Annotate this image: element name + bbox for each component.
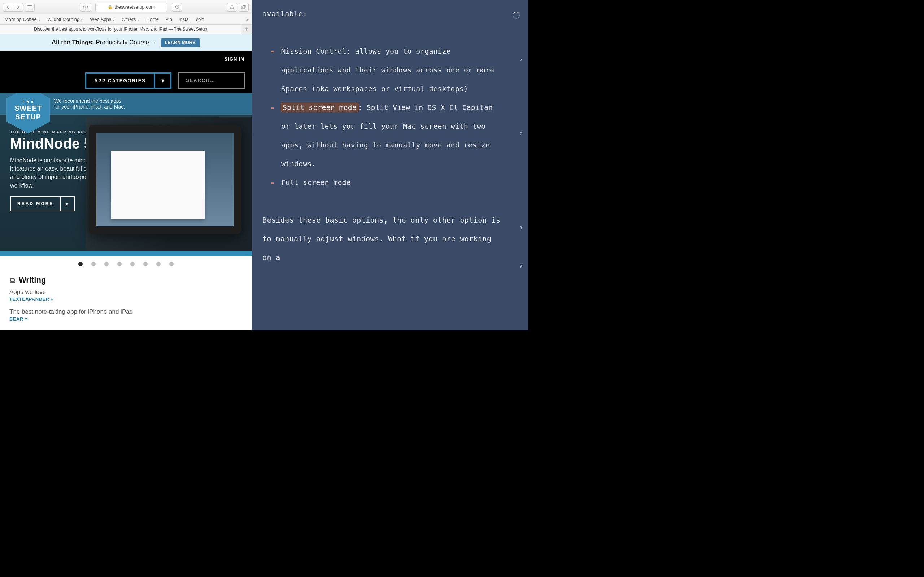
safari-toolbar: i 🔒 thesweetsetup.com [0,0,252,15]
highlighted-text: Split screen mode [281,103,358,112]
editor-paragraph: a bit of a pain. In macOS, you have seve… [262,0,503,23]
list-item: Split screen mode: Split View in OS X El… [270,98,503,173]
tab-bar: Discover the best apps and workflows for… [0,24,252,34]
site-search-input[interactable]: SEARCH… [178,73,245,89]
bookmark-link[interactable]: Void [194,16,206,23]
hero-image-window [111,151,205,219]
app-link-bear[interactable]: BEAR » [10,316,242,322]
site-header: SIGN IN APP CATEGORIES ▾ SEARCH… [0,51,252,93]
bookmark-folder[interactable]: Morning Coffee⌄ [3,16,43,23]
hero-carousel: We recommend the best apps for your iPho… [0,93,252,251]
tabs-button[interactable] [239,3,249,11]
chevron-down-icon: ▾ [155,73,171,89]
bookmarks-bar: Morning Coffee⌄ Wildbit Morning⌄ Web App… [0,15,252,24]
carousel-dot[interactable] [143,262,148,266]
carousel-dot[interactable] [117,262,122,266]
safari-window: i 🔒 thesweetsetup.com Morning Coffee⌄ Wi… [0,0,252,330]
share-button[interactable] [227,3,237,11]
carousel-dot[interactable] [78,262,82,266]
carousel-dot[interactable] [104,262,109,266]
url-text: thesweetsetup.com [115,4,155,10]
chevron-down-icon: ⌄ [81,18,83,21]
chevron-down-icon: ⌄ [38,18,41,21]
line-number: 6 [519,57,522,62]
app-link-textexpander[interactable]: TEXTEXPANDER » [10,297,242,302]
bookmark-folder[interactable]: Wildbit Morning⌄ [45,16,86,23]
privacy-report-button[interactable]: i [80,3,91,11]
list-item: Full screen mode [270,173,503,192]
list-item: Mission Control: allows you to organize … [270,42,503,98]
loading-spinner-icon [512,11,520,19]
new-tab-button[interactable]: ＋ [241,24,252,34]
svg-text:i: i [85,5,86,9]
bookmark-link[interactable]: Pin [163,16,174,23]
edit-icon [10,277,16,284]
lock-icon: 🔒 [108,5,113,10]
web-content: All the Things: Productivity Course → LE… [0,34,252,330]
bookmark-folder[interactable]: Others⌄ [120,16,142,23]
learn-more-button[interactable]: LEARN MORE [161,38,200,47]
editor-paragraph: Besides these basic options, the only ot… [262,211,503,267]
site-logo[interactable]: T H E SWEET SETUP [6,93,50,134]
carousel-dot[interactable] [169,262,174,266]
back-button[interactable] [3,3,13,11]
writing-section: Writing Apps we love TEXTEXPANDER » The … [0,272,252,322]
section-subhead: The best note-taking app for iPhone and … [10,308,242,316]
carousel-dots [0,256,252,272]
play-icon: ▸ [60,197,74,211]
chevron-down-icon: ⌄ [112,18,115,21]
section-heading: Writing [19,276,46,285]
forward-button[interactable] [13,3,23,11]
line-number: 7 [519,132,522,136]
editor-list: Mission Control: allows you to organize … [270,42,503,192]
carousel-dot[interactable] [91,262,96,266]
section-subhead: Apps we love [10,288,242,296]
bookmark-folder[interactable]: Web Apps⌄ [88,16,117,23]
sign-in-link[interactable]: SIGN IN [225,56,244,62]
read-more-button[interactable]: READ MORE ▸ [10,196,75,211]
promo-banner: All the Things: Productivity Course → LE… [0,34,252,51]
bookmark-link[interactable]: Insta [177,16,191,23]
active-tab[interactable]: Discover the best apps and workflows for… [0,24,241,34]
address-bar[interactable]: 🔒 thesweetsetup.com [95,3,168,12]
svg-rect-0 [27,5,32,9]
bookmark-link[interactable]: Home [144,16,161,23]
carousel-dot[interactable] [156,262,161,266]
reload-button[interactable] [172,3,182,11]
divider-strip [0,251,252,256]
sidebar-button[interactable] [24,3,35,11]
carousel-dot[interactable] [130,262,135,266]
app-categories-dropdown[interactable]: APP CATEGORIES ▾ [85,73,171,89]
chevron-down-icon: ⌄ [137,18,140,21]
line-number: 9 [519,264,522,269]
bookmarks-overflow[interactable]: » [246,16,249,22]
markdown-editor[interactable]: a bit of a pain. In macOS, you have seve… [252,0,528,330]
line-number: 8 [519,226,522,230]
